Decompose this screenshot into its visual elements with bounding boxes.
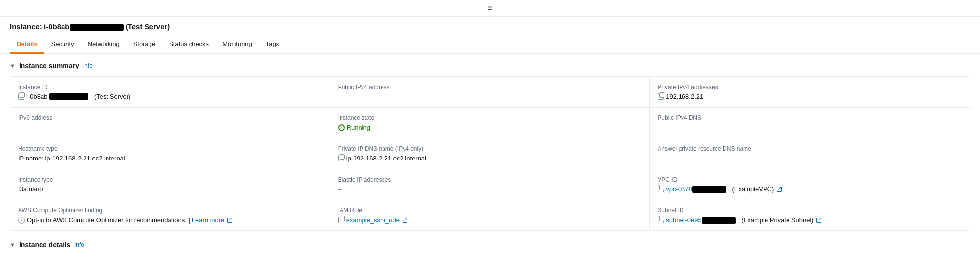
value-elastic-ip: – — [338, 185, 642, 193]
value-private-dns: ip-192-168-2-21.ec2.internal — [338, 155, 642, 162]
label-private-ipv4: Private IPv4 addresses — [658, 84, 962, 91]
value-public-ipv4: – — [338, 93, 642, 100]
value-vpc-id: vpc-0378 (ExampleVPC) — [658, 185, 962, 193]
cell-vpc-id: VPC ID vpc-0378 (ExampleVPC) — [650, 169, 970, 200]
label-vpc-id: VPC ID — [658, 176, 962, 183]
instance-summary-header[interactable]: ▼ Instance summary Info — [10, 62, 970, 69]
value-subnet-id: subnet-0e95 (Example Private Subnet) — [658, 216, 962, 224]
running-label: Running — [347, 124, 370, 131]
private-dns-value: ip-192-168-2-21.ec2.internal — [346, 155, 426, 162]
label-private-dns: Private IP DNS name (IPv4 only) — [338, 145, 642, 152]
tab-tags[interactable]: Tags — [259, 35, 286, 54]
vpc-id-suffix: (ExampleVPC) — [732, 185, 774, 193]
label-answer-private-dns: Answer private resource DNS name — [658, 145, 962, 152]
vpc-id-link[interactable]: vpc-0378 — [666, 185, 726, 193]
copy-instance-id-icon[interactable] — [18, 93, 24, 100]
instance-summary-grid: Instance ID i-0b8ab (Test Server) Public… — [10, 76, 970, 231]
cell-answer-private-dns: Answer private resource DNS name – — [650, 138, 970, 169]
iam-role-link[interactable]: example_ssm_role — [346, 216, 400, 224]
value-ipv6: – — [18, 124, 322, 131]
cell-subnet-id: Subnet ID subnet-0e95 (Example Private S… — [650, 200, 970, 230]
subnet-id-link[interactable]: subnet-0e95 — [666, 216, 735, 224]
tab-details[interactable]: Details — [10, 35, 44, 54]
value-public-ipv4-dns: – — [658, 124, 962, 131]
details-chevron-icon: ▼ — [10, 242, 15, 248]
label-hostname-type: Hostname type — [18, 145, 322, 152]
label-instance-id: Instance ID — [18, 84, 322, 91]
label-public-ipv4-dns: Public IPv4 DNS — [658, 115, 962, 121]
label-public-ipv4: Public IPv4 address — [338, 84, 642, 91]
instance-id-redacted — [70, 24, 124, 31]
instance-details-info[interactable]: Info — [74, 241, 84, 248]
optimizer-text: Opt-in to AWS Compute Optimizer for reco… — [27, 216, 190, 224]
menu-icon[interactable]: ≡ — [488, 3, 493, 13]
value-instance-state: ✓ Running — [338, 124, 642, 131]
copy-subnet-id-icon[interactable] — [658, 217, 664, 223]
iam-role-ext-icon[interactable] — [403, 218, 407, 223]
cell-instance-type: Instance type t3a.nano — [10, 169, 330, 200]
subnet-id-suffix: (Example Private Subnet) — [741, 216, 813, 224]
optimizer-learn-more-link[interactable]: Learn more — [192, 216, 224, 224]
optimizer-info-icon[interactable]: i — [18, 217, 25, 224]
cell-public-ipv4-dns: Public IPv4 DNS – — [650, 108, 970, 138]
value-instance-type: t3a.nano — [18, 185, 322, 193]
vpc-id-redacted — [692, 186, 726, 193]
instance-summary-info[interactable]: Info — [83, 62, 93, 69]
running-circle-icon: ✓ — [338, 124, 345, 131]
subnet-ext-icon[interactable] — [816, 218, 821, 223]
label-instance-state: Instance state — [338, 115, 642, 121]
instance-title-prefix: Instance: i-0b8ab — [10, 23, 70, 31]
value-iam-role: example_ssm_role — [338, 216, 642, 224]
cell-instance-id: Instance ID i-0b8ab (Test Server) — [10, 77, 330, 108]
main-content: ▼ Instance summary Info Instance ID i-0b… — [0, 54, 980, 256]
tabs-bar: Details Security Networking Storage Stat… — [0, 35, 980, 54]
private-ipv4-value: 192.168.2.21 — [666, 93, 703, 100]
instance-details-header[interactable]: ▼ Instance details Info — [10, 241, 970, 249]
copy-private-ipv4-icon[interactable] — [658, 93, 664, 100]
copy-vpc-id-icon[interactable] — [658, 186, 664, 192]
cell-instance-state: Instance state ✓ Running — [330, 108, 650, 138]
vpc-ext-link-icon[interactable] — [777, 187, 782, 192]
value-instance-id: i-0b8ab (Test Server) — [18, 93, 322, 100]
tab-security[interactable]: Security — [44, 35, 81, 54]
label-subnet-id: Subnet ID — [658, 207, 962, 214]
cell-private-dns: Private IP DNS name (IPv4 only) ip-192-1… — [330, 138, 650, 169]
instance-title-suffix: (Test Server) — [126, 23, 170, 31]
optimizer-ext-icon[interactable] — [227, 218, 232, 223]
tab-storage[interactable]: Storage — [127, 35, 163, 54]
subnet-id-redacted — [702, 217, 736, 224]
cell-hostname-type: Hostname type IP name: ip-192-168-2-21.e… — [10, 138, 330, 169]
label-optimizer: AWS Compute Optimizer finding — [18, 207, 322, 214]
cell-elastic-ip: Elastic IP addresses – — [330, 169, 650, 200]
value-answer-private-dns: – — [658, 155, 962, 162]
tab-networking[interactable]: Networking — [81, 35, 127, 54]
label-elastic-ip: Elastic IP addresses — [338, 176, 642, 183]
instance-id-value-prefix: i-0b8ab — [26, 93, 47, 100]
tab-monitoring[interactable]: Monitoring — [215, 35, 259, 54]
instance-summary-title: Instance summary — [19, 62, 79, 69]
tab-status-checks[interactable]: Status checks — [162, 35, 215, 54]
top-bar: ≡ — [0, 0, 980, 17]
cell-optimizer: AWS Compute Optimizer finding i Opt-in t… — [10, 200, 330, 230]
label-iam-role: IAM Role — [338, 207, 642, 214]
instance-header: Instance: i-0b8ab (Test Server) — [0, 17, 980, 35]
value-private-ipv4: 192.168.2.21 — [658, 93, 962, 100]
running-badge: ✓ Running — [338, 124, 370, 131]
value-optimizer: i Opt-in to AWS Compute Optimizer for re… — [18, 216, 322, 224]
label-ipv6: IPv6 address — [18, 115, 322, 121]
value-hostname-type: IP name: ip-192-168-2-21.ec2.internal — [18, 155, 322, 162]
instance-details-title: Instance details — [19, 241, 70, 249]
copy-private-dns-icon[interactable] — [338, 155, 344, 161]
instance-title: Instance: i-0b8ab (Test Server) — [10, 23, 170, 31]
instance-id-value-redacted — [49, 93, 88, 100]
summary-chevron-icon: ▼ — [10, 63, 15, 69]
instance-id-value-suffix: (Test Server) — [94, 93, 130, 100]
cell-private-ipv4: Private IPv4 addresses 192.168.2.21 — [650, 77, 970, 108]
cell-ipv6: IPv6 address – — [10, 108, 330, 138]
cell-public-ipv4: Public IPv4 address – — [330, 77, 650, 108]
cell-iam-role: IAM Role example_ssm_role — [330, 200, 650, 230]
label-instance-type: Instance type — [18, 176, 322, 183]
copy-iam-role-icon[interactable] — [338, 217, 344, 223]
